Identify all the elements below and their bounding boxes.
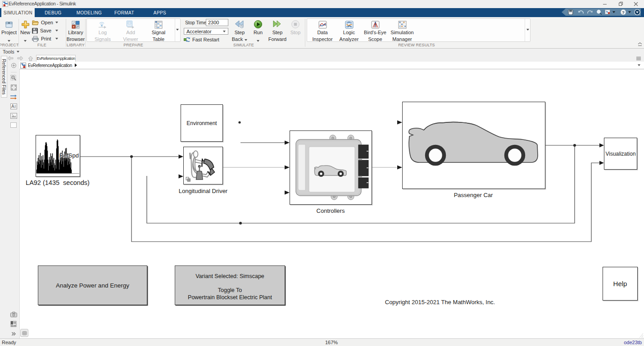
library-browser-button[interactable]: Library Browser xyxy=(63,19,88,42)
qat-help-dropdown[interactable] xyxy=(628,11,631,13)
stop-time-input[interactable] xyxy=(206,19,228,26)
section-label-review: REVIEW RESULTS xyxy=(398,43,435,48)
qat-undo-icon[interactable] xyxy=(578,9,584,15)
variant-badge-icon xyxy=(186,177,190,181)
data-inspector-button[interactable]: Data Inspector xyxy=(310,19,335,42)
log-signals-button[interactable]: Log Signals xyxy=(90,19,115,42)
open-dropdown-caret xyxy=(55,22,58,23)
zoom-indicator-icon[interactable] xyxy=(10,62,17,69)
analyze-power-energy-button[interactable]: Analyze Power and Energy xyxy=(38,265,147,305)
stop-button[interactable]: Stop xyxy=(283,19,308,36)
open-button[interactable]: Open xyxy=(32,19,58,26)
block-controllers[interactable] xyxy=(290,130,372,205)
port-arrow-driver-in1 xyxy=(179,155,184,159)
tab-apps[interactable]: APPS xyxy=(146,8,173,17)
qat-save-icon[interactable] xyxy=(568,9,573,15)
block-passenger-car[interactable] xyxy=(402,102,545,189)
new-dropdown-caret xyxy=(24,40,27,42)
signal-routing-icon[interactable] xyxy=(10,93,17,100)
window-title: EvReferenceApplication - Simulink xyxy=(9,1,76,6)
document-tab[interactable]: EvReferenceApplication xyxy=(36,55,76,62)
simulation-manager-icon xyxy=(390,19,415,29)
wire-junction-dot xyxy=(573,144,576,147)
maximize-icon xyxy=(618,2,623,6)
birdseye-scope-button[interactable]: Bird's-Eye Scope xyxy=(363,19,388,42)
qat-screenshot-icon[interactable] xyxy=(605,9,611,15)
port-arrow-driver-in2 xyxy=(179,175,184,179)
title-bar: EvReferenceApplication - Simulink xyxy=(0,0,644,8)
status-bar: Ready 167% ode23tb xyxy=(0,338,644,346)
ribbon: Project PROJECT New Open Save xyxy=(0,17,644,49)
ribbon-separator xyxy=(85,19,86,47)
fast-restart-icon xyxy=(184,37,190,42)
tab-modeling[interactable]: MODELING xyxy=(76,8,103,17)
zoom-region-tool-icon[interactable] xyxy=(10,74,17,81)
block-help[interactable]: Help xyxy=(603,267,638,301)
stop-time-label: Stop Time xyxy=(185,20,206,25)
port-arrow-visualization-in1 xyxy=(599,144,604,148)
fast-restart-toggle[interactable]: Fast Restart xyxy=(184,36,219,43)
breadcrumb-item[interactable]: EvReferenceApplication xyxy=(28,63,72,68)
block-environment[interactable]: Environment xyxy=(181,104,223,142)
close-button[interactable] xyxy=(630,1,641,7)
tab-simulation[interactable]: SIMULATION xyxy=(1,8,35,17)
breadcrumb-dropdown-caret[interactable] xyxy=(638,64,640,66)
variant-toggle-button[interactable]: Variant Selected: Simscape Toggle To Pow… xyxy=(175,265,285,305)
section-label-simulate: SIMULATE xyxy=(233,43,254,48)
port-arrow-controllers-in1 xyxy=(285,141,290,145)
svg-text:A: A xyxy=(11,104,14,109)
save-dropdown-caret xyxy=(55,30,58,31)
block-la92-drive-cycle[interactable]: RefSpd xyxy=(36,135,80,177)
tab-list-icon[interactable] xyxy=(636,56,641,61)
block-label-controllers: Controllers xyxy=(317,207,345,214)
toolstrip-tab-bar: SIMULATION DEBUG MODELING FORMAT APPS xyxy=(0,8,644,17)
ribbon-collapse-icon[interactable] xyxy=(636,42,644,47)
section-label-prepare: PREPARE xyxy=(123,43,143,48)
data-inspector-icon xyxy=(310,19,335,29)
palette-expand-chevrons-icon[interactable] xyxy=(10,330,17,337)
add-viewer-button[interactable]: Add Viewer xyxy=(118,19,143,42)
nav-up-icon[interactable] xyxy=(28,56,33,61)
save-button[interactable]: Save xyxy=(32,27,58,34)
qat-help-icon[interactable]: ? xyxy=(620,9,626,15)
minimize-button[interactable] xyxy=(599,1,610,7)
qat-search-icon[interactable] xyxy=(596,9,602,15)
fit-to-view-icon[interactable] xyxy=(10,84,17,91)
review-overflow-caret[interactable] xyxy=(526,29,529,31)
nav-back-icon[interactable] xyxy=(7,56,14,61)
tab-format[interactable]: FORMAT xyxy=(111,8,138,17)
block-longitudinal-driver[interactable] xyxy=(183,147,223,184)
ecu-icon xyxy=(290,131,372,204)
maximize-button[interactable] xyxy=(615,1,626,7)
annotation-tool-icon[interactable]: A xyxy=(10,103,17,110)
qat-redo-icon[interactable] xyxy=(587,9,593,15)
section-label-project: PROJECT xyxy=(0,43,19,48)
minimize-icon xyxy=(603,2,607,6)
tools-menu[interactable]: Tools xyxy=(3,49,14,54)
block-visualization[interactable]: Visualization xyxy=(604,138,637,170)
area-tool-icon[interactable] xyxy=(10,121,17,129)
data-browser-toggle[interactable] xyxy=(20,329,28,337)
model-compare-icon[interactable] xyxy=(10,320,17,328)
tools-bar: Tools xyxy=(0,49,644,55)
simulation-manager-button[interactable]: Simulation Manager xyxy=(390,19,415,42)
section-label-file: FILE xyxy=(37,43,46,48)
qat-collapse-icon[interactable] xyxy=(634,9,640,15)
screenshot-tool-icon[interactable] xyxy=(10,311,17,318)
sim-mode-combo[interactable]: Accelerator xyxy=(184,28,228,35)
breadcrumb-model-icon xyxy=(20,63,26,68)
prepare-overflow-caret[interactable] xyxy=(176,29,179,31)
status-solver-link[interactable]: ode23tb xyxy=(624,340,642,345)
signal-table-button[interactable]: Signal Table xyxy=(146,19,171,42)
logic-analyzer-button[interactable]: Logic Analyzer xyxy=(336,19,362,42)
model-canvas[interactable]: RefSpd LA92 (1435 seconds) Environment xyxy=(19,69,644,338)
tab-debug[interactable]: DEBUG xyxy=(40,8,67,17)
stop-icon xyxy=(283,19,308,29)
sidebar-tab-referenced-files[interactable]: Referenced Files xyxy=(1,56,7,98)
image-tool-icon[interactable] xyxy=(10,112,17,119)
tools-menu-caret[interactable] xyxy=(17,51,19,53)
nav-forward-icon[interactable] xyxy=(17,56,23,61)
qat-screenshot-dropdown[interactable] xyxy=(612,11,615,13)
print-button[interactable]: Print xyxy=(32,35,58,42)
section-label-library: LIBRARY xyxy=(67,43,85,48)
